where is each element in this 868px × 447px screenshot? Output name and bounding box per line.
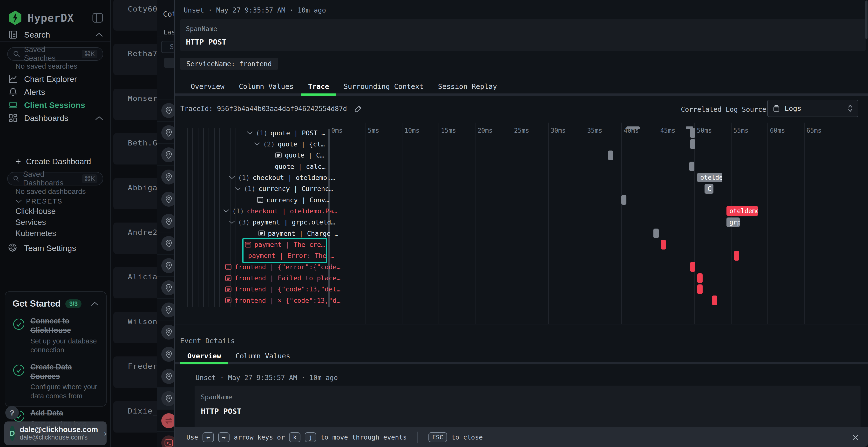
session-event-row[interactable] (157, 210, 174, 232)
chevron-up-icon[interactable] (95, 32, 103, 37)
create-dashboard-button[interactable]: Create Dashboard (14, 157, 91, 166)
session-event-row[interactable] (157, 254, 174, 276)
session-event-row[interactable] (157, 143, 174, 166)
session-event-row[interactable] (157, 365, 174, 387)
session-event-row[interactable] (157, 187, 174, 210)
esc-key[interactable]: ESC (429, 432, 447, 442)
sidebar-item-search[interactable]: Search (8, 30, 103, 39)
trace-span-row[interactable]: frontend | Failed to place… (225, 273, 340, 284)
chevron-up-icon[interactable] (91, 301, 99, 306)
session-list-item[interactable]: Alicia42 (113, 267, 157, 299)
sidebar-preset-kubernetes[interactable]: Kubernetes (16, 229, 56, 238)
span-duration-bar[interactable]: oteldemo. (726, 206, 758, 216)
j-key[interactable]: j (305, 432, 316, 442)
session-event-row[interactable] (157, 99, 174, 121)
trace-span-row[interactable]: quote | calc… (275, 161, 326, 172)
tab-trace[interactable]: Trace (301, 79, 336, 94)
session-event-row[interactable] (157, 276, 174, 299)
trace-span-row[interactable]: frontend | × {"code":13,"d… (225, 295, 340, 306)
arrow-right-key[interactable]: → (218, 432, 229, 442)
get-started-step[interactable]: Connect to ClickHouseSet up your databas… (12, 316, 99, 355)
session-event-row[interactable] (157, 299, 174, 320)
sidebar-item-chart-explorer[interactable]: Chart Explorer (8, 74, 103, 84)
span-duration-bar[interactable]: C (705, 184, 713, 194)
chevron-down-icon[interactable] (254, 142, 260, 146)
event-tab-column-values[interactable]: Column Values (228, 349, 298, 363)
saved-dashboards-input[interactable]: Saved Dashboards ⌘K (7, 172, 103, 185)
tab-overview[interactable]: Overview (184, 79, 232, 94)
session-filter-button[interactable] (164, 58, 174, 68)
service-name-chip[interactable]: ServiceName: frontend (180, 58, 278, 70)
presets-toggle[interactable]: PRESETS (16, 198, 63, 205)
session-event-row[interactable] (157, 121, 174, 143)
session-list-item[interactable]: Wilson_H (113, 312, 157, 343)
tab-surrounding-context[interactable]: Surrounding Context (336, 79, 431, 94)
trace-span-row[interactable]: (1)quote | POST … (247, 128, 325, 138)
chevron-down-icon[interactable] (223, 209, 229, 213)
trace-span-row[interactable]: frontend | {"code":13,"det… (225, 284, 340, 295)
span-duration-bar[interactable] (690, 139, 695, 149)
span-duration-bar[interactable] (734, 251, 739, 261)
session-event-row[interactable] (157, 232, 174, 254)
chevron-down-icon[interactable] (229, 175, 235, 180)
trace-span-row[interactable]: (2)quote | {cl… (254, 138, 325, 149)
chevron-up-icon[interactable] (95, 115, 103, 121)
session-list-item[interactable]: Dixie_Mc (113, 401, 157, 433)
collapse-sidebar-icon[interactable] (92, 13, 103, 23)
chevron-down-icon[interactable] (247, 131, 253, 135)
user-menu[interactable]: D dale@clickhouse.com dale@clickhouse.co… (4, 421, 106, 445)
get-started-step[interactable]: Create Data SourcesConfigure where your … (12, 363, 99, 401)
tab-column-values[interactable]: Column Values (232, 79, 301, 94)
span-duration-bar[interactable] (690, 128, 695, 138)
trace-span-row[interactable]: (1)checkout | oteldemo.… (229, 172, 335, 183)
trace-span-row[interactable]: (1)checkout | oteldemo.Pa… (223, 205, 337, 216)
chevron-down-icon[interactable] (235, 187, 241, 191)
help-button[interactable]: ? (5, 406, 19, 419)
log-source-select[interactable]: Logs (767, 100, 858, 117)
session-list-item[interactable]: Beth.Gol (113, 133, 157, 165)
session-event-row[interactable] (157, 387, 174, 409)
page-scrollbar[interactable] (865, 0, 868, 39)
session-event-row[interactable] (157, 166, 174, 187)
sidebar-item-team-settings[interactable]: Team Settings (8, 243, 103, 253)
sidebar-item-alerts[interactable]: Alerts (8, 87, 103, 97)
edit-pencil-icon[interactable] (354, 105, 362, 113)
saved-searches-input[interactable]: Saved Searches ⌘K (7, 47, 103, 61)
session-event-row[interactable] (157, 409, 174, 431)
span-duration-bar[interactable] (653, 229, 659, 238)
trace-span-row[interactable]: quote | C… (275, 150, 324, 161)
span-duration-bar[interactable] (697, 284, 703, 294)
session-list-item[interactable]: Monserra (113, 89, 157, 120)
session-list-item[interactable]: Coty60@g (113, 0, 157, 31)
sidebar-preset-clickhouse[interactable]: ClickHouse (16, 207, 56, 216)
sidebar-item-dashboards[interactable]: Dashboards (8, 113, 103, 123)
close-icon[interactable] (851, 433, 860, 442)
tab-session-replay[interactable]: Session Replay (431, 79, 504, 94)
session-event-row[interactable] (157, 343, 174, 365)
trace-span-row[interactable]: payment | The cre… (245, 239, 325, 250)
trace-span-row[interactable]: frontend | {"error":{"code… (225, 261, 340, 272)
session-search-input[interactable]: Sea (161, 41, 174, 53)
sidebar-item-client-sessions[interactable]: Client Sessions (8, 100, 103, 110)
span-duration-bar[interactable] (690, 262, 695, 272)
event-tab-overview[interactable]: Overview (180, 349, 228, 363)
session-list-item[interactable]: Abbigail (113, 178, 157, 209)
k-key[interactable]: k (289, 432, 301, 442)
session-list-item[interactable]: Andre21@ (113, 222, 157, 254)
span-duration-bar[interactable]: grp (726, 217, 740, 227)
trace-span-row[interactable]: currency | Conv… (257, 194, 329, 205)
span-duration-bar[interactable] (621, 195, 626, 205)
span-duration-bar[interactable] (697, 273, 703, 283)
chevron-down-icon[interactable] (229, 220, 235, 225)
span-duration-bar[interactable] (712, 296, 717, 305)
session-list-item[interactable]: Frederic (113, 356, 157, 388)
trace-span-row[interactable]: payment | Error: The … (248, 250, 334, 261)
session-event-row[interactable] (157, 320, 174, 343)
arrow-left-key[interactable]: ← (203, 432, 214, 442)
span-duration-bar[interactable] (689, 162, 694, 171)
span-duration-bar[interactable] (661, 240, 666, 249)
span-duration-bar[interactable]: oteldemo. (697, 173, 722, 182)
span-duration-bar[interactable] (608, 150, 613, 160)
session-list-item[interactable]: Retha77@ (113, 44, 157, 75)
session-event-row[interactable] (157, 431, 174, 447)
